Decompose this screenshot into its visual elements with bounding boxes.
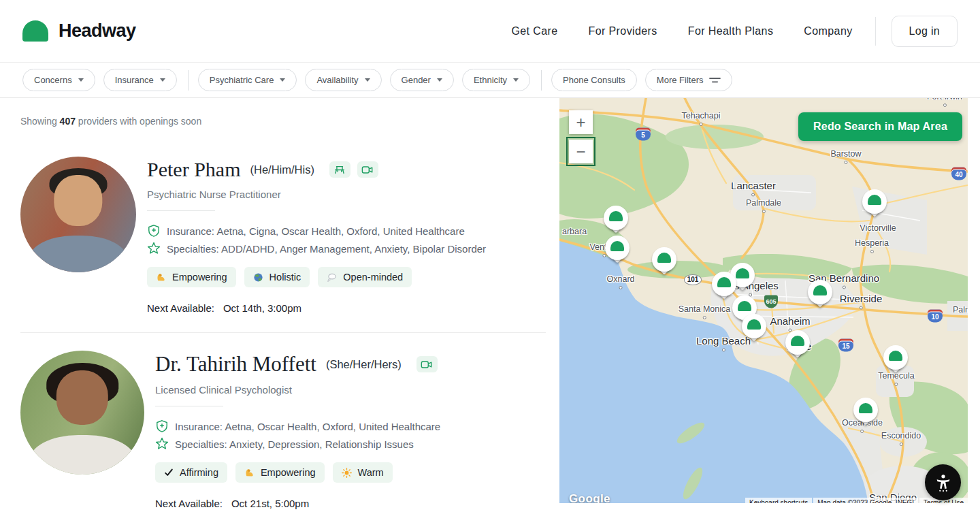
brand-name: Headway bbox=[59, 20, 136, 42]
next-available-row: Next Available: Oct 21st, 5:00pm bbox=[155, 498, 440, 509]
zoom-in-button[interactable]: + bbox=[569, 110, 593, 134]
map-data-text: Map data ©2023 Google, INEGI bbox=[813, 498, 918, 503]
provider-results-panel: Showing 407 providers with openings soon… bbox=[0, 98, 559, 509]
map-city-label: Hesperia bbox=[855, 238, 889, 253]
google-logo[interactable]: Google bbox=[569, 492, 610, 503]
provider-pronouns: (He/Him/His) bbox=[250, 163, 314, 176]
map-city-label: Lancaster bbox=[731, 180, 776, 197]
chevron-down-icon bbox=[365, 78, 370, 82]
headway-dome-icon bbox=[717, 277, 731, 287]
video-chip bbox=[416, 356, 438, 372]
map-city-label: Santa Monica bbox=[679, 304, 730, 319]
headway-dome-icon bbox=[813, 285, 827, 295]
filter-ethnicity[interactable]: Ethnicity bbox=[462, 69, 530, 91]
headway-dome-icon bbox=[738, 301, 751, 311]
badge-empowering: Empowering bbox=[147, 267, 236, 287]
badge-empowering: Empowering bbox=[235, 462, 325, 483]
muscle-icon bbox=[156, 272, 166, 283]
video-icon bbox=[361, 165, 374, 174]
insurance-list: Aetna, Cigna, Oscar Health, Oxford, Unit… bbox=[216, 225, 464, 237]
badge-warm: Warm bbox=[333, 462, 393, 483]
highway-shield-icon: 101 bbox=[684, 274, 702, 285]
shield-plus-icon bbox=[147, 224, 161, 238]
insurance-row: Insurance: Aetna, Oscar Health, Oxford, … bbox=[155, 419, 440, 433]
chevron-down-icon bbox=[160, 78, 165, 82]
filter-gender[interactable]: Gender bbox=[390, 69, 454, 91]
provider-map-pin[interactable] bbox=[862, 189, 887, 221]
zoom-out-button[interactable]: − bbox=[569, 140, 593, 163]
insurance-list: Aetna, Oscar Health, Oxford, United Heal… bbox=[225, 421, 440, 432]
headway-dome-icon bbox=[609, 211, 623, 221]
highway-shield-icon: 10 bbox=[928, 310, 943, 323]
filter-phone-consults[interactable]: Phone Consults bbox=[551, 69, 637, 91]
provider-card-peter-pham[interactable]: Peter Pham (He/Him/His) Psychiatric Nurs… bbox=[20, 157, 559, 314]
provider-map-pin[interactable] bbox=[604, 206, 628, 237]
filter-group-divider bbox=[541, 70, 542, 91]
nav-company[interactable]: Company bbox=[804, 25, 852, 37]
provider-map-pin[interactable] bbox=[853, 398, 878, 429]
sun-icon bbox=[342, 468, 352, 478]
chevron-down-icon bbox=[280, 78, 285, 82]
map-city-label: arbara bbox=[562, 227, 587, 236]
filter-insurance[interactable]: Insurance bbox=[103, 69, 177, 91]
divider bbox=[147, 210, 215, 211]
provider-pronouns: (She/Her/Hers) bbox=[326, 358, 402, 371]
headway-dome-icon bbox=[736, 268, 749, 278]
map-city-label: Victorville bbox=[860, 223, 896, 233]
in-person-chip bbox=[329, 161, 350, 178]
provider-card-tahirih-moffett[interactable]: Dr. Tahirih Moffett (She/Her/Hers) Licen… bbox=[20, 351, 559, 509]
provider-title: Licensed Clinical Psychologist bbox=[155, 384, 440, 396]
divider bbox=[155, 406, 223, 406]
provider-map-pin[interactable] bbox=[808, 280, 832, 311]
headway-logo[interactable]: Headway bbox=[22, 20, 136, 42]
specialties-row: Specialties: ADD/ADHD, Anger Management,… bbox=[147, 242, 486, 255]
highway-shield-icon: 605 bbox=[764, 295, 778, 308]
headway-dome-icon bbox=[791, 336, 804, 346]
badge-affirming: Affirming bbox=[155, 462, 227, 483]
provider-avatar bbox=[20, 157, 136, 272]
redo-search-button[interactable]: Redo Search in Map Area bbox=[798, 112, 962, 141]
filter-concerns[interactable]: Concerns bbox=[22, 69, 95, 91]
highway-shield-icon: 5 bbox=[636, 128, 651, 141]
headway-dome-icon bbox=[859, 403, 872, 413]
map-city-label: Riverside bbox=[840, 293, 883, 310]
map-canvas[interactable]: Fort IrwinTehachapiBarstowLancasterPalmd… bbox=[559, 98, 968, 503]
headway-dome-icon bbox=[747, 319, 761, 330]
map-city-label: Tehachapi bbox=[682, 111, 721, 126]
provider-map-pin[interactable] bbox=[652, 247, 676, 278]
provider-map-pin[interactable] bbox=[742, 314, 766, 345]
headway-dome-icon bbox=[889, 351, 902, 361]
nav-for-health-plans[interactable]: For Health Plans bbox=[688, 25, 774, 37]
map-city-label: Oxnard bbox=[607, 274, 635, 289]
nav-get-care[interactable]: Get Care bbox=[511, 25, 557, 37]
login-button[interactable]: Log in bbox=[892, 16, 958, 47]
filter-lines-icon bbox=[709, 76, 721, 84]
keyboard-shortcuts-link[interactable]: Keyboard shortcuts bbox=[745, 498, 812, 503]
provider-title: Psychiatric Nurse Practitioner bbox=[147, 189, 486, 200]
video-chip bbox=[357, 161, 378, 178]
card-separator bbox=[20, 332, 546, 333]
nav-for-providers[interactable]: For Providers bbox=[589, 25, 657, 37]
accessibility-widget-button[interactable] bbox=[925, 464, 961, 500]
map-city-label: Barstow bbox=[830, 149, 861, 164]
filter-availability[interactable]: Availability bbox=[305, 69, 381, 91]
highway-shield-icon: 40 bbox=[951, 167, 966, 180]
provider-avatar bbox=[20, 351, 144, 475]
provider-map-pin[interactable] bbox=[605, 236, 630, 267]
filter-more-filters[interactable]: More Filters bbox=[645, 69, 733, 91]
filter-group-divider bbox=[188, 70, 189, 91]
map-city-label: Palm S bbox=[953, 305, 968, 315]
provider-name: Peter Pham bbox=[147, 158, 240, 181]
chair-icon bbox=[333, 165, 346, 175]
highway-shield-icon: 15 bbox=[838, 339, 853, 352]
provider-map-pin[interactable] bbox=[785, 330, 810, 362]
provider-name: Dr. Tahirih Moffett bbox=[155, 352, 316, 376]
badge-open-minded: Open-minded bbox=[318, 267, 412, 287]
accessibility-person-icon bbox=[933, 472, 953, 493]
filter-psychiatric-care[interactable]: Psychiatric Care bbox=[198, 69, 297, 91]
top-navbar: Headway Get Care For Providers For Healt… bbox=[0, 0, 980, 63]
map-city-label: Palmdale bbox=[746, 198, 781, 213]
provider-map-pin[interactable] bbox=[883, 345, 908, 376]
main-nav: Get Care For Providers For Health Plans … bbox=[480, 16, 958, 47]
headway-dome-icon bbox=[868, 195, 881, 205]
